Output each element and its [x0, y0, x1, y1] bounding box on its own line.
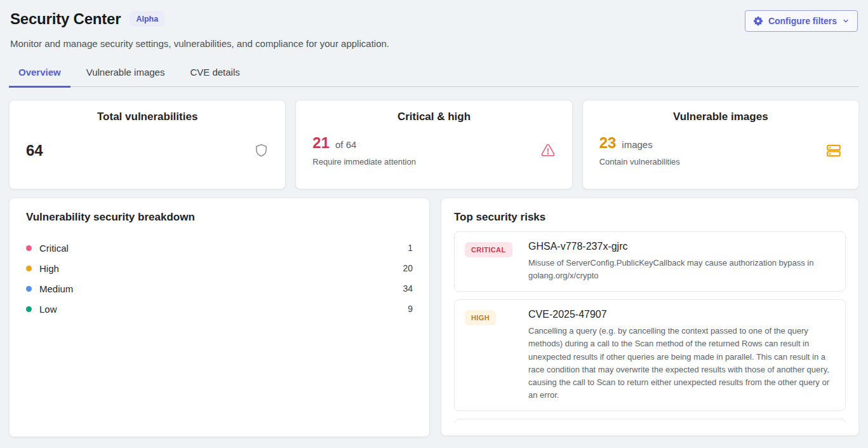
warning-triangle-icon: [540, 143, 556, 158]
critical-high-subtitle: Require immediate attention: [312, 157, 416, 166]
page-subtitle: Monitor and manage security settings, vu…: [9, 38, 859, 49]
total-vulnerabilities-card: Total vulnerabilities 64: [9, 100, 286, 189]
gear-icon: [753, 16, 763, 26]
vulnerable-images-suffix: images: [622, 139, 652, 150]
page-title: Security Center: [10, 10, 121, 28]
risk-list: CRITICAL GHSA-v778-237x-gjrc Misuse of S…: [454, 231, 846, 423]
chevron-down-icon: [842, 17, 850, 25]
configure-filters-button[interactable]: Configure filters: [745, 10, 858, 32]
breakdown-row-high: High 20: [26, 258, 413, 278]
page-header: Security Center Alpha Configure filters: [9, 9, 859, 32]
risk-description: Misuse of ServerConfig.PublicKeyCallback…: [528, 257, 835, 282]
risk-description: Cancelling a query (e.g. by cancelling t…: [528, 325, 835, 402]
breakdown-row-critical: Critical 1: [26, 238, 413, 258]
alpha-badge: Alpha: [130, 11, 164, 27]
risk-item-ghsa-v778-237x-gjrc[interactable]: CRITICAL GHSA-v778-237x-gjrc Misuse of S…: [454, 231, 846, 292]
tab-overview[interactable]: Overview: [9, 63, 70, 88]
vulnerable-images-value: 23: [599, 134, 617, 152]
risk-id: CVE-2025-47907: [528, 309, 835, 320]
bottom-row: Vulnerability security breakdown Critica…: [9, 198, 859, 437]
total-vulnerabilities-value: 64: [26, 142, 43, 160]
server-icon: [825, 142, 842, 159]
high-dot: [26, 266, 32, 271]
risk-item-cve-2025-47907[interactable]: HIGH CVE-2025-47907 Cancelling a query (…: [454, 299, 846, 411]
risk-item-cve-2025-9086[interactable]: HIGH CVE-2025-9086: [454, 419, 846, 423]
breakdown-row-medium: Medium 34: [26, 278, 413, 299]
breakdown-title: Vulnerability security breakdown: [26, 211, 413, 224]
vulnerability-breakdown-card: Vulnerability security breakdown Critica…: [9, 198, 430, 437]
vulnerable-images-subtitle: Contain vulnerabilities: [599, 157, 680, 166]
breakdown-list: Critical 1 High 20 Medium 34 Low 9: [26, 238, 413, 319]
risk-id: GHSA-v778-237x-gjrc: [528, 241, 835, 252]
card-title: Total vulnerabilities: [26, 111, 269, 123]
critical-high-suffix: of 64: [335, 139, 356, 150]
medium-dot: [26, 286, 32, 292]
severity-badge-critical: CRITICAL: [465, 242, 512, 257]
vulnerable-images-card: Vulnerable images 23 images Contain vuln…: [582, 100, 859, 189]
critical-high-card: Critical & high 21 of 64 Require immedia…: [295, 100, 572, 189]
shield-icon: [254, 143, 269, 158]
critical-dot: [26, 245, 32, 251]
tab-vulnerable-images[interactable]: Vulnerable images: [77, 63, 175, 88]
tab-cve-details[interactable]: CVE details: [180, 63, 249, 88]
severity-badge-high: HIGH: [465, 310, 496, 325]
breakdown-row-low: Low 9: [26, 299, 413, 319]
top-security-risks-card: Top security risks CRITICAL GHSA-v778-23…: [441, 198, 859, 436]
stats-row: Total vulnerabilities 64 Critical & high…: [9, 100, 859, 189]
security-center-page: Security Center Alpha Configure filters …: [0, 0, 868, 437]
configure-filters-label: Configure filters: [768, 16, 837, 26]
critical-high-value: 21: [312, 134, 330, 152]
card-title: Critical & high: [312, 111, 555, 123]
card-title: Vulnerable images: [599, 111, 842, 123]
low-dot: [26, 306, 32, 312]
tab-bar: Overview Vulnerable images CVE details: [9, 63, 859, 87]
top-risks-title: Top security risks: [454, 211, 846, 224]
